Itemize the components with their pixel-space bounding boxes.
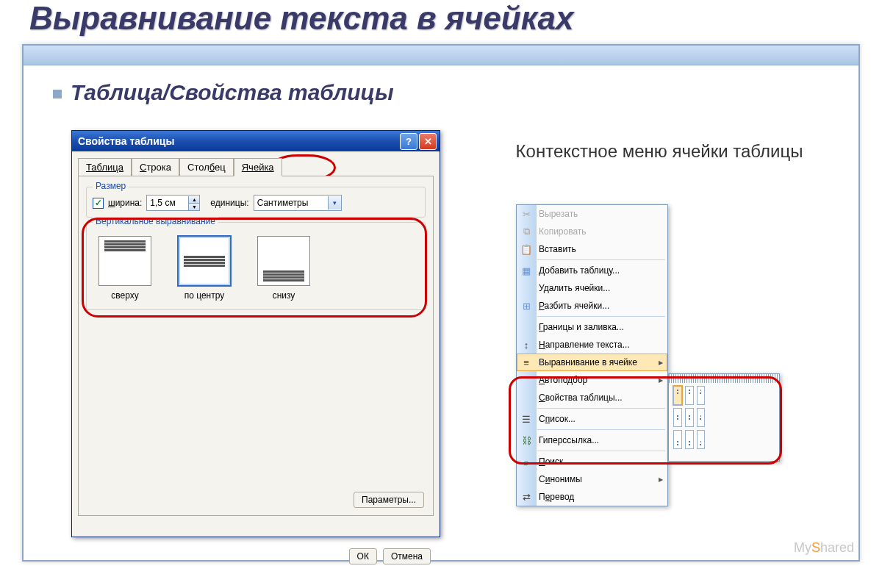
link-icon: ⛓ [520,434,533,447]
menu-paste[interactable]: 📋Вставить [517,240,667,258]
parameters-button[interactable]: Параметры... [354,492,424,508]
group-valign: Вертикальное выравнивание сверху по цент… [86,222,426,310]
units-select[interactable]: Сантиметры▾ [254,195,342,211]
align-bottom-center[interactable] [685,430,694,449]
menu-autofit[interactable]: Автоподбор [517,371,667,389]
menu-text-direction[interactable]: ↕Направление текста... [517,336,667,354]
translate-icon: ⇄ [520,490,533,503]
align-bottom-right[interactable] [697,430,706,449]
menu-split-cells[interactable]: ⊞Разбить ячейки... [517,297,667,315]
menu-search[interactable]: ⌕Поиск... [517,453,667,470]
width-checkbox[interactable]: ✓ [93,198,104,209]
align-top-right[interactable] [697,386,706,405]
align-top-center[interactable] [685,386,694,405]
group-size: Размер ✓ ширина: ▲▼ единицы: Сантиметры▾ [86,187,426,218]
table-icon: ▦ [520,264,533,277]
menu-synonyms[interactable]: Синонимы [517,470,667,488]
slide-subtitle: Таблица/Свойства таблицы [53,80,829,105]
paste-icon: 📋 [520,243,533,256]
menu-add-table[interactable]: ▦Добавить таблицу... [517,262,667,279]
align-middle-right[interactable] [697,408,706,427]
tab-strip: Таблица Строка Столбец Ячейка [78,157,434,176]
tab-cell[interactable]: Ячейка [234,158,282,176]
ok-button[interactable]: ОК [349,548,377,564]
watermark: MyShared [794,540,854,556]
right-panel: Контекстное меню ячейки таблицы ✂Вырезат… [472,141,847,173]
copy-icon: ⧉ [520,225,533,238]
menu-table-properties[interactable]: Свойства таблицы... [517,389,667,406]
list-icon: ☰ [520,412,533,426]
tab-table[interactable]: Таблица [78,158,132,176]
group-valign-label: Вертикальное выравнивание [93,216,218,226]
menu-translate[interactable]: ⇄Перевод [517,488,667,506]
scissors-icon: ✂ [520,207,533,220]
submenu-grip[interactable] [669,374,779,383]
width-spinner[interactable]: ▲▼ [146,195,200,211]
group-size-label: Размер [93,181,129,191]
width-label: ширина: [108,198,142,208]
menu-delete-cells[interactable]: Удалить ячейки... [517,279,667,297]
slide-title: Выравнивание текста в ячейках [0,0,882,37]
align-middle-center[interactable] [685,408,694,427]
text-direction-icon: ↕ [520,338,533,351]
table-properties-dialog: Свойства таблицы ? ✕ Таблица Строка Стол… [71,130,440,537]
cell-context-menu: ✂Вырезать ⧉Копировать 📋Вставить ▦Добавит… [516,204,668,506]
menu-cell-alignment[interactable]: ≡Выравнивание в ячейке [517,354,667,371]
close-button[interactable]: ✕ [419,133,437,150]
search-icon: ⌕ [520,455,533,468]
content-frame: Таблица/Свойства таблицы Свойства таблиц… [22,44,860,562]
align-bottom-left[interactable] [673,430,682,449]
tab-row[interactable]: Строка [132,158,179,176]
align-top-option[interactable]: сверху [96,236,154,301]
units-label: единицы: [210,198,248,208]
cancel-button[interactable]: Отмена [383,548,431,564]
align-top-left[interactable] [673,386,682,405]
align-icon: ≡ [520,356,533,369]
menu-borders[interactable]: Границы и заливка... [517,318,667,336]
menu-copy[interactable]: ⧉Копировать [517,223,667,240]
dialog-body: Таблица Строка Столбец Ячейка Размер ✓ ш… [72,151,440,537]
menu-hyperlink[interactable]: ⛓Гиперссылка... [517,431,667,449]
tab-page-cell: Размер ✓ ширина: ▲▼ единицы: Сантиметры▾ [78,176,434,516]
chevron-down-icon: ▾ [328,196,341,209]
alignment-submenu [668,373,780,462]
align-bottom-option[interactable]: снизу [254,236,313,301]
spin-down-icon[interactable]: ▼ [189,204,199,210]
spin-up-icon[interactable]: ▲ [189,196,199,204]
width-input[interactable] [147,198,188,208]
context-menu-title: Контекстное меню ячейки таблицы [472,141,847,162]
align-middle-left[interactable] [673,408,682,427]
frame-header [24,46,858,65]
split-icon: ⊞ [520,299,533,312]
menu-cut[interactable]: ✂Вырезать [517,205,667,223]
dialog-titlebar[interactable]: Свойства таблицы ? ✕ [72,131,440,151]
help-button[interactable]: ? [400,133,417,150]
tab-column[interactable]: Столбец [179,158,234,176]
align-center-option[interactable]: по центру [175,236,234,301]
menu-list[interactable]: ☰Список... [517,410,667,428]
dialog-title: Свойства таблицы [78,135,398,147]
